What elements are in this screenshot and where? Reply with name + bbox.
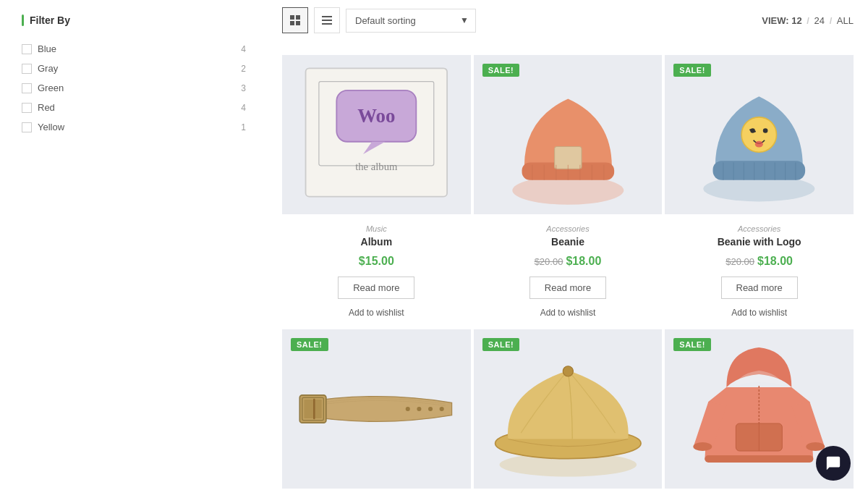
view-option[interactable]: 12 (791, 15, 801, 26)
main-content: Default sortingSort by popularitySort by… (268, 0, 868, 498)
add-to-wishlist-button[interactable]: Add to wishlist (343, 305, 410, 321)
chat-icon (825, 455, 841, 471)
svg-rect-5 (322, 20, 332, 21)
svg-point-35 (763, 128, 768, 133)
read-more-button[interactable]: Read more (529, 277, 606, 299)
add-to-wishlist-button[interactable]: Add to wishlist (726, 305, 793, 321)
product-category: Accessories (546, 224, 589, 233)
filter-item-left: Gray (22, 63, 58, 74)
product-grid: Woo the album Music Album $15.00 Read mo… (282, 55, 854, 498)
filter-count: 4 (241, 103, 246, 113)
product-image-area: SALE! (474, 55, 663, 214)
product-info: Accessories Beanie $20.00$18.00 Read mor… (474, 214, 663, 326)
filter-label: Yellow (38, 122, 64, 132)
product-illustration (282, 329, 471, 489)
svg-rect-4 (322, 16, 332, 17)
product-info: Clothing Hoodie $20.00$18.00 Read more A… (665, 489, 854, 498)
svg-text:Woo: Woo (357, 105, 395, 127)
svg-point-13 (512, 176, 624, 205)
list-view-button[interactable] (314, 7, 340, 33)
svg-point-43 (417, 407, 421, 411)
filter-item: Red 4 (22, 98, 246, 117)
filter-label: Red (38, 102, 55, 113)
filter-count: 1 (241, 122, 246, 132)
filter-count: 2 (241, 64, 246, 74)
product-category: Accessories (738, 224, 780, 233)
price-old: $20.00 (726, 256, 754, 267)
filter-checkbox-green[interactable] (22, 83, 32, 93)
product-card: SALE! Acce (282, 329, 471, 498)
svg-rect-6 (322, 23, 332, 25)
filter-list: Blue 4 Gray 2 Green 3 Red 4 Yellow 1 (22, 39, 246, 137)
svg-rect-24 (713, 161, 806, 180)
grid-icon (289, 14, 301, 26)
svg-point-52 (694, 442, 712, 451)
svg-text:the  album: the album (355, 161, 398, 172)
product-category: Music (366, 224, 387, 233)
product-card: SALE! Accessories Bean (474, 55, 663, 326)
filter-item: Yellow 1 (22, 117, 246, 137)
view-option[interactable]: 24 (814, 15, 825, 26)
svg-point-42 (406, 407, 410, 411)
filter-item: Gray 2 (22, 59, 246, 78)
filter-count: 3 (241, 83, 246, 93)
read-more-button[interactable]: Read more (338, 277, 414, 299)
filter-checkbox-blue[interactable] (22, 44, 32, 54)
add-to-wishlist-button[interactable]: Add to wishlist (535, 305, 602, 321)
filter-checkbox-red[interactable] (22, 103, 32, 113)
sidebar: Filter By Blue 4 Gray 2 Green 3 Red 4 Ye… (0, 0, 268, 498)
filter-item-left: Yellow (22, 122, 64, 132)
filter-item-left: Green (22, 83, 64, 93)
chat-button[interactable] (816, 446, 851, 481)
sale-badge: SALE! (482, 64, 520, 77)
filter-item: Blue 4 (22, 39, 246, 59)
list-icon (321, 14, 333, 26)
svg-point-44 (428, 407, 433, 411)
sort-wrapper: Default sortingSort by popularitySort by… (346, 9, 476, 33)
product-card: SALE! Accessories Cap $20 (474, 329, 663, 498)
read-more-button[interactable]: Read more (721, 277, 798, 299)
product-info: Music Album $15.00 Read more Add to wish… (282, 214, 471, 326)
svg-point-37 (755, 141, 763, 148)
svg-rect-3 (296, 21, 300, 25)
product-illustration (474, 55, 663, 214)
sort-select[interactable]: Default sortingSort by popularitySort by… (346, 9, 476, 33)
filter-checkbox-gray[interactable] (22, 64, 32, 74)
product-price: $20.00$18.00 (726, 255, 793, 268)
view-separator: / (804, 15, 812, 26)
price-current: $15.00 (359, 255, 394, 267)
toolbar: Default sortingSort by popularitySort by… (282, 7, 854, 41)
product-name: Beanie (551, 236, 584, 248)
view-option[interactable]: ALL (837, 15, 854, 26)
filter-checkbox-yellow[interactable] (22, 122, 32, 132)
grid-view-button[interactable] (282, 7, 308, 33)
view-label: VIEW: (762, 15, 788, 26)
product-image-area: SALE! (665, 55, 854, 214)
view-count: VIEW: 12 / 24 / ALL (762, 15, 854, 26)
filter-title: Filter By (22, 14, 246, 26)
toolbar-left: Default sortingSort by popularitySort by… (282, 7, 476, 33)
filter-label: Gray (38, 63, 58, 74)
product-name: Beanie with Logo (718, 236, 801, 248)
filter-item-left: Red (22, 102, 55, 113)
sale-badge: SALE! (673, 64, 711, 77)
product-card: Woo the album Music Album $15.00 Read mo… (282, 55, 471, 326)
product-name: Album (361, 236, 393, 248)
svg-rect-1 (296, 15, 300, 20)
price-old: $20.00 (535, 256, 563, 267)
svg-rect-2 (290, 21, 294, 25)
sale-badge: SALE! (482, 338, 520, 351)
product-image-area: SALE! (474, 329, 663, 489)
svg-rect-0 (290, 15, 294, 20)
filter-label: Blue (38, 43, 56, 54)
svg-rect-40 (304, 400, 321, 418)
product-price: $15.00 (359, 255, 394, 268)
product-illustration (665, 55, 854, 214)
sale-badge: SALE! (673, 338, 711, 351)
product-info: Accessories Beanie with Logo $20.00$18.0… (665, 214, 854, 326)
svg-point-48 (563, 366, 573, 376)
product-image-area: Woo the album (282, 55, 471, 214)
price-current: $18.00 (566, 255, 601, 267)
product-image-area: SALE! (282, 329, 471, 489)
product-info: Accessories Belt $20.00$18.00 Read more … (282, 489, 471, 498)
